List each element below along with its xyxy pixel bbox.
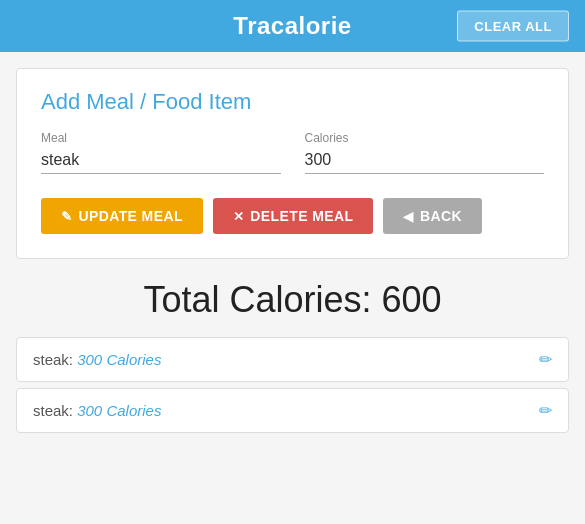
meal-edit-icon[interactable]: ✏ <box>539 401 552 420</box>
back-btn-label: BACK <box>420 208 462 224</box>
form-card: Add Meal / Food Item Meal Calories ✎ UPD… <box>16 68 569 259</box>
update-meal-button[interactable]: ✎ UPDATE MEAL <box>41 198 203 234</box>
delete-meal-button[interactable]: ✕ DELETE MEAL <box>213 198 374 234</box>
form-title-highlight: Food Item <box>152 89 251 114</box>
meal-label: Meal <box>41 131 281 145</box>
meal-list: steak: 300 Calories ✏ steak: 300 Calorie… <box>16 337 569 439</box>
calories-input[interactable] <box>305 149 545 174</box>
app-header: Tracalorie CLEAR ALL <box>0 0 585 52</box>
app-title: Tracalorie <box>233 12 351 40</box>
meal-item: steak: 300 Calories ✏ <box>16 388 569 433</box>
btn-row: ✎ UPDATE MEAL ✕ DELETE MEAL ◀ BACK <box>41 198 544 234</box>
back-icon: ◀ <box>403 209 413 224</box>
meal-input[interactable] <box>41 149 281 174</box>
meal-item-text: steak: 300 Calories <box>33 402 161 419</box>
form-row: Meal Calories <box>41 131 544 174</box>
clear-all-button[interactable]: CLEAR ALL <box>457 11 569 42</box>
form-title: Add Meal / Food Item <box>41 89 544 115</box>
back-button[interactable]: ◀ BACK <box>383 198 481 234</box>
edit-icon: ✎ <box>61 209 72 224</box>
meal-edit-icon[interactable]: ✏ <box>539 350 552 369</box>
meal-group: Meal <box>41 131 281 174</box>
total-calories: Total Calories: 600 <box>16 279 569 321</box>
calories-group: Calories <box>305 131 545 174</box>
update-btn-label: UPDATE MEAL <box>78 208 182 224</box>
form-title-static: Add Meal / <box>41 89 152 114</box>
meal-item-text: steak: 300 Calories <box>33 351 161 368</box>
delete-btn-label: DELETE MEAL <box>250 208 353 224</box>
times-icon: ✕ <box>233 209 244 224</box>
main-content: Add Meal / Food Item Meal Calories ✎ UPD… <box>0 52 585 455</box>
meal-item: steak: 300 Calories ✏ <box>16 337 569 382</box>
calories-label: Calories <box>305 131 545 145</box>
